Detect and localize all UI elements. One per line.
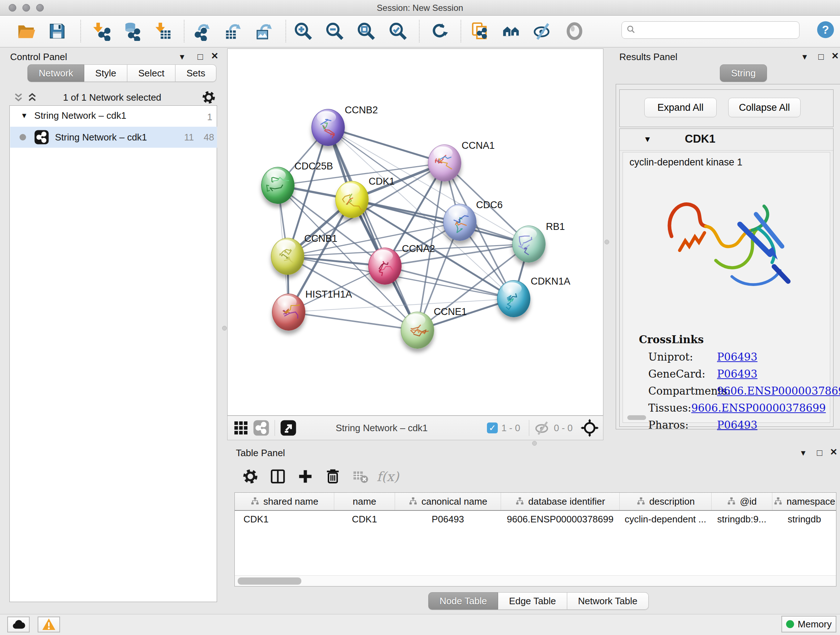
control-panel-maximize-button[interactable]: □ — [197, 51, 203, 62]
search-input[interactable] — [638, 25, 795, 35]
column-header-description[interactable]: description — [620, 493, 712, 510]
network-overview-icon[interactable] — [253, 420, 270, 436]
fit-selection-crosshair-icon[interactable] — [581, 419, 599, 437]
import-network-from-file-button[interactable] — [90, 21, 111, 42]
import-table-from-file-button[interactable] — [152, 21, 173, 42]
zoom-in-button[interactable] — [293, 21, 314, 42]
right-splitter-handle[interactable] — [605, 240, 609, 244]
column-header-canonicalname[interactable]: canonical name — [395, 493, 501, 510]
table-options-gear-icon[interactable] — [242, 468, 259, 485]
tab-network[interactable]: Network — [27, 65, 84, 82]
network-node-ccnb2[interactable] — [311, 109, 345, 146]
tab-sets[interactable]: Sets — [175, 65, 216, 82]
crosslink-link[interactable]: P06493 — [717, 368, 758, 380]
network-node-cdc6[interactable] — [443, 204, 477, 241]
crosslink-link[interactable]: P06493 — [717, 351, 758, 363]
network-node-ccna1[interactable] — [428, 144, 461, 181]
function-builder-icon: f(x) — [379, 468, 396, 485]
tab-network-table[interactable]: Network Table — [567, 592, 649, 610]
network-node-rb1[interactable] — [512, 226, 546, 263]
network-row-selected[interactable]: String Network – cdk1 11 48 — [10, 127, 217, 148]
network-canvas[interactable]: CCNB2CCNA1CDC25BCDK1CDC6RB1CCNB1CCNA2CDK… — [227, 49, 603, 416]
cloud-status-button[interactable] — [7, 616, 30, 632]
network-node-ccne1[interactable] — [401, 312, 434, 348]
tab-node-table[interactable]: Node Table — [428, 592, 498, 610]
network-edge[interactable] — [328, 127, 445, 163]
collapse-entry-icon[interactable]: ▼ — [644, 135, 652, 144]
results-panel-maximize-button[interactable]: □ — [818, 51, 824, 62]
results-buttons-box: Expand All Collapse All — [619, 89, 834, 127]
network-node-cdc25b[interactable] — [261, 167, 294, 204]
collapse-all-button[interactable]: Collapse All — [728, 98, 801, 117]
cytoscape-home-button[interactable] — [501, 21, 522, 42]
column-header-namespace[interactable]: namespace — [772, 493, 836, 510]
network-collection-row[interactable]: ▼ String Network – cdk1 — [21, 110, 216, 121]
apply-preferred-layout-button[interactable] — [429, 21, 450, 42]
table-panel-maximize-button[interactable]: □ — [817, 448, 822, 458]
table-hscroll-thumb[interactable] — [238, 578, 302, 585]
share-network-clipboard-button[interactable] — [469, 21, 490, 42]
table-row[interactable]: CDK1CDK1P064939606.ENSP00000378699cyclin… — [235, 511, 836, 527]
network-options-gear-icon[interactable] — [201, 90, 216, 105]
expand-all-button[interactable]: Expand All — [644, 98, 717, 117]
network-node-cdk1[interactable] — [335, 181, 369, 218]
search-box[interactable] — [622, 21, 799, 39]
node-result-header[interactable]: ▼ CDK1 — [620, 129, 833, 150]
tab-string[interactable]: String — [720, 65, 767, 82]
help-button[interactable]: ? — [816, 20, 835, 39]
crosslink-link[interactable]: 9606.ENSP00000378699 — [717, 385, 840, 397]
table-panel-float-button[interactable]: ▾ — [801, 448, 806, 458]
crosslink-link[interactable]: 9606.ENSP00000378699 — [691, 402, 826, 414]
export-network-button[interactable] — [192, 21, 213, 42]
delete-column-icon[interactable] — [324, 468, 341, 485]
selected-checkbox[interactable]: ✓ — [487, 423, 498, 433]
column-header-databaseidentifier[interactable]: database identifier — [501, 493, 620, 510]
show-columns-icon[interactable] — [269, 468, 286, 485]
warnings-button[interactable] — [38, 616, 60, 632]
table-panel-close-button[interactable]: ✕ — [830, 447, 837, 457]
control-panel-close-button[interactable]: ✕ — [211, 51, 218, 61]
application-window: Session: New Session ? Control Panel ▾ □… — [0, 0, 840, 635]
show-preview-button[interactable] — [564, 21, 585, 42]
network-node-cdkn1a[interactable] — [497, 280, 531, 317]
detach-view-icon[interactable] — [280, 420, 297, 436]
import-network-from-database-button[interactable] — [121, 21, 142, 42]
zoom-out-button[interactable] — [324, 21, 345, 42]
column-header-name[interactable]: name — [334, 493, 395, 510]
grid-mode-icon[interactable] — [233, 420, 249, 436]
results-hscroll-thumb[interactable] — [627, 415, 646, 420]
results-panel-close-button[interactable]: ✕ — [831, 51, 839, 61]
toolbar-separator — [184, 20, 185, 42]
zoom-fit-content-button[interactable] — [355, 21, 377, 42]
crosslink-link[interactable]: P06493 — [717, 419, 758, 431]
memory-button[interactable]: Memory — [782, 616, 836, 632]
column-header-id[interactable]: @id — [712, 493, 772, 510]
node-structure-thumbnail — [428, 147, 462, 180]
network-node-ccna2[interactable] — [368, 248, 401, 285]
crosslink-label: GeneCard: — [648, 368, 717, 380]
table-hscrollbar[interactable] — [235, 575, 836, 586]
export-table-button[interactable] — [223, 21, 244, 42]
collection-label: String Network – cdk1 — [34, 110, 126, 121]
export-image-button[interactable] — [254, 21, 275, 42]
open-session-button[interactable] — [16, 21, 36, 42]
network-node-ccnb1[interactable] — [271, 238, 304, 275]
hidden-eye-icon[interactable] — [534, 420, 550, 436]
control-panel-float-button[interactable]: ▾ — [180, 51, 185, 62]
tab-edge-table[interactable]: Edge Table — [498, 592, 567, 610]
expander-icon[interactable]: ▼ — [21, 111, 28, 120]
crosslink-row: GeneCard:P06493 — [648, 368, 822, 380]
horizontal-splitter-handle[interactable] — [532, 441, 537, 446]
network-edge[interactable] — [289, 312, 417, 330]
zoom-selected-region-button[interactable] — [387, 21, 409, 42]
add-column-icon[interactable] — [297, 468, 314, 485]
left-splitter-handle[interactable] — [222, 326, 227, 331]
tab-select[interactable]: Select — [127, 65, 175, 82]
column-header-sharedname[interactable]: shared name — [235, 493, 334, 510]
column-label: namespace — [786, 496, 835, 507]
hide-panels-button[interactable] — [532, 21, 553, 42]
save-session-button[interactable] — [47, 21, 68, 42]
tab-style[interactable]: Style — [84, 65, 127, 82]
network-node-hist1h1a[interactable] — [272, 294, 305, 331]
results-panel-float-button[interactable]: ▾ — [802, 51, 807, 62]
